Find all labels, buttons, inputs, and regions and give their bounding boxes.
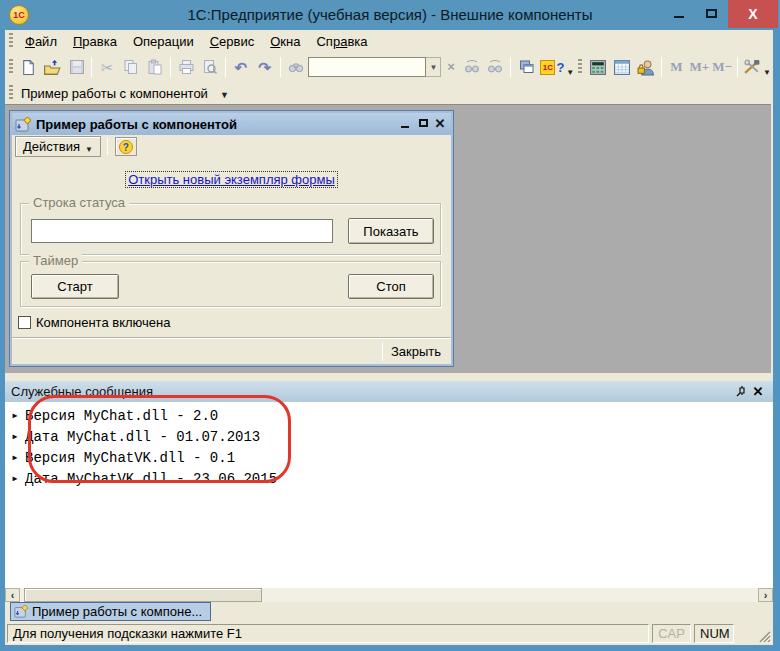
clear-icon: × — [447, 59, 455, 74]
find-next-icon — [464, 60, 480, 74]
toolbar-separator — [737, 57, 738, 77]
menu-edit[interactable]: Правка — [65, 32, 125, 51]
calculator-icon — [589, 59, 607, 76]
scrollbar-thumb[interactable] — [24, 588, 262, 602]
maximize-icon — [419, 119, 428, 127]
component-toolbar: Пример работы с компонентой ▼ — [5, 82, 773, 104]
maximize-button[interactable] — [698, 0, 724, 28]
message-bullet-icon: ▶ — [5, 453, 25, 462]
close-icon: ✕ — [753, 384, 764, 399]
form-help-button[interactable]: ? — [115, 137, 137, 156]
horizontal-scrollbar[interactable]: ‹ › — [5, 588, 773, 602]
close-icon: ✕ — [435, 116, 446, 131]
cut-button[interactable]: ✂ — [95, 55, 119, 79]
resize-grip[interactable] — [757, 629, 771, 643]
menu-file[interactable]: Файл — [17, 32, 65, 51]
toolbar-grip[interactable] — [578, 59, 582, 75]
tab-component-form[interactable]: Пример работы с компоне... — [10, 602, 211, 621]
find-prev-button[interactable] — [484, 55, 508, 79]
show-button[interactable]: Показать — [348, 218, 434, 244]
status-bar: Для получения подсказки нажмите F1 CAP N… — [5, 621, 773, 645]
scrollbar-track[interactable] — [20, 588, 758, 602]
print-icon — [178, 59, 195, 75]
find-next-button[interactable] — [460, 55, 484, 79]
message-row[interactable]: ▶Версия MyChatVK.dll - 0.1 — [5, 447, 773, 468]
search-dropdown-button[interactable]: ▼ — [426, 57, 441, 77]
toolbar-grip[interactable] — [9, 85, 13, 101]
component-enabled-checkbox[interactable] — [18, 316, 31, 329]
toolbar-grip[interactable] — [9, 59, 13, 75]
menu-windows[interactable]: Окна — [262, 32, 308, 51]
pin-button[interactable] — [733, 384, 749, 400]
customize-button[interactable]: ▼ — [741, 55, 773, 79]
child-maximize-button[interactable] — [415, 113, 431, 135]
service-messages-panel: Служебные сообщения ✕ ▶Версия MyChat.dll… — [5, 381, 773, 588]
chevron-right-icon: › — [764, 589, 768, 601]
minimize-icon — [674, 16, 684, 18]
customize-icon — [743, 59, 761, 76]
actions-menu-button[interactable]: Действия ▼ — [15, 136, 101, 157]
clear-search-button[interactable]: × — [442, 57, 459, 77]
close-form-button[interactable]: Закрыть — [391, 344, 441, 359]
scroll-left-button[interactable]: ‹ — [5, 588, 20, 602]
message-row[interactable]: ▶Версия MyChat.dll - 2.0 — [5, 405, 773, 426]
component-toolbar-button[interactable]: Пример работы с компонентой — [17, 84, 214, 103]
m-minus-button[interactable]: M− — [711, 55, 734, 79]
child-minimize-button[interactable] — [397, 113, 413, 135]
message-text: Версия MyChat.dll - 2.0 — [25, 408, 218, 424]
menu-service[interactable]: Сервис — [202, 32, 263, 51]
copy-button[interactable] — [119, 55, 143, 79]
print-button[interactable] — [174, 55, 198, 79]
chevron-down-icon: ▼ — [566, 68, 574, 79]
service-messages-header[interactable]: Служебные сообщения ✕ — [5, 381, 773, 402]
num-lock-indicator: NUM — [694, 624, 734, 643]
help-1c-icon: 1С — [540, 60, 555, 75]
redo-button[interactable]: ↷ — [253, 55, 277, 79]
search-input[interactable] — [308, 57, 426, 77]
paste-button[interactable] — [143, 55, 167, 79]
preview-button[interactable] — [198, 55, 222, 79]
close-button[interactable]: X — [728, 0, 778, 28]
save-button[interactable] — [65, 55, 89, 79]
open-new-form-link[interactable]: Открыть новый экземпляр формы — [125, 171, 338, 188]
child-close-button[interactable]: ✕ — [432, 113, 448, 135]
main-toolbar: ✂ ↶ ↷ ▼ × 1С?▼ — [5, 52, 773, 82]
new-icon — [20, 59, 37, 76]
message-bullet-icon: ▶ — [5, 411, 25, 420]
minimize-button[interactable] — [666, 0, 692, 28]
find-button[interactable] — [284, 55, 308, 79]
scroll-right-button[interactable]: › — [758, 588, 773, 602]
toolbar-grip[interactable] — [9, 33, 13, 49]
search-combo: ▼ — [308, 57, 441, 77]
toolbar-separator — [661, 57, 662, 77]
menu-operations[interactable]: Операции — [125, 32, 202, 51]
new-button[interactable] — [17, 55, 41, 79]
toolbar-separator — [170, 57, 171, 77]
status-text-input[interactable] — [31, 219, 333, 243]
windows-button[interactable] — [514, 55, 538, 79]
calculator-button[interactable] — [586, 55, 610, 79]
panel-splitter[interactable] — [5, 373, 773, 381]
stop-button[interactable]: Стоп — [348, 274, 434, 299]
user-lock-button[interactable] — [634, 55, 658, 79]
chevron-left-icon: ‹ — [11, 589, 15, 601]
windows-icon — [518, 59, 535, 75]
menu-help[interactable]: Справка — [308, 32, 375, 51]
chevron-down-icon: ▼ — [85, 145, 93, 154]
open-button[interactable] — [41, 55, 65, 79]
service-messages-list: ▶Версия MyChat.dll - 2.0 ▶Дата MyChat.dl… — [5, 402, 773, 588]
caps-lock-indicator: CAP — [652, 624, 691, 643]
panel-close-button[interactable]: ✕ — [749, 384, 767, 400]
child-titlebar[interactable]: Пример работы с компонентой ✕ — [12, 113, 451, 135]
undo-button[interactable]: ↶ — [229, 55, 253, 79]
message-row[interactable]: ▶Дата MyChatVK.dll - 23.06.2015 — [5, 468, 773, 489]
start-button[interactable]: Старт — [31, 274, 119, 299]
form-icon — [14, 605, 28, 618]
message-row[interactable]: ▶Дата MyChat.dll - 01.07.2013 — [5, 426, 773, 447]
user-lock-icon — [637, 59, 655, 76]
m-button[interactable]: M — [665, 55, 688, 79]
calendar-button[interactable] — [610, 55, 634, 79]
help-1c-button[interactable]: 1С?▼ — [538, 55, 576, 79]
tab-label: Пример работы с компоне... — [32, 604, 202, 619]
m-plus-button[interactable]: M+ — [688, 55, 711, 79]
